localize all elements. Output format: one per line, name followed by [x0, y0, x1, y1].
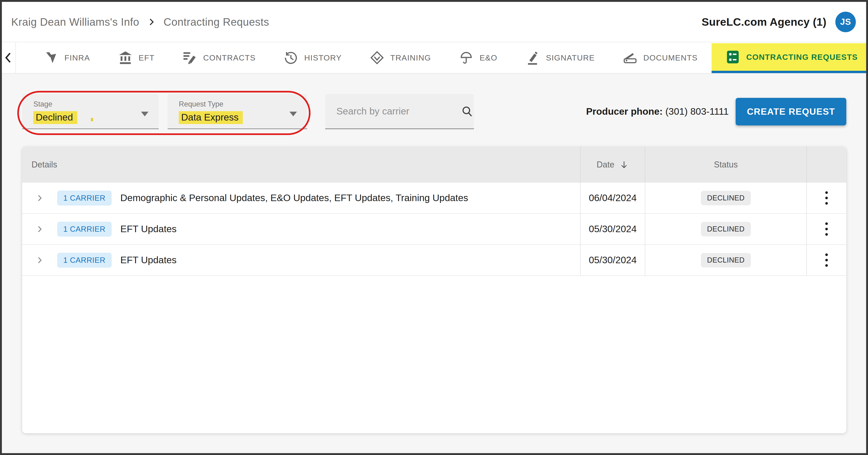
tab-icon — [118, 51, 133, 65]
breadcrumb: Kraig Dean Williams's Info Contracting R… — [11, 16, 269, 28]
stage-select[interactable]: Stage Declined — [22, 94, 159, 129]
tab-training[interactable]: TRAINING — [356, 42, 445, 73]
tabs-scroll-left-button[interactable] — [2, 42, 16, 73]
tab-label: SIGNATURE — [546, 53, 595, 62]
eft-icon — [118, 51, 133, 65]
expand-row-button[interactable] — [35, 224, 44, 234]
carrier-search-input[interactable] — [336, 106, 461, 117]
row-menu-button[interactable] — [823, 189, 830, 207]
tab-label: EFT — [139, 53, 155, 62]
tab-bar: FINRA EFT CONTRACTS HISTORY TRAINING E&O… — [2, 42, 866, 73]
breadcrumb-contracting-requests: Contracting Requests — [163, 16, 269, 28]
status-badge: DECLINED — [701, 253, 751, 268]
carrier-count-chip: 1 CARRIER — [57, 191, 112, 206]
tab-label: DOCUMENTS — [643, 53, 698, 62]
row-status-cell: DECLINED — [645, 214, 806, 244]
user-avatar[interactable]: JS — [835, 12, 856, 32]
tab-eo[interactable]: E&O — [445, 42, 511, 73]
request-details-text: EFT Updates — [121, 254, 177, 266]
request-date: 06/04/2024 — [580, 183, 645, 213]
expand-row-button[interactable] — [35, 193, 44, 203]
tab-ballot[interactable]: CONTRACTING REQUESTS — [712, 43, 868, 73]
column-header-date[interactable]: Date — [580, 147, 645, 183]
tab-eft[interactable]: EFT — [104, 42, 169, 73]
tab-icon — [183, 51, 197, 65]
request-details-text: EFT Updates — [121, 223, 177, 235]
carrier-search-field — [325, 94, 474, 129]
tab-label: CONTRACTING REQUESTS — [746, 53, 858, 62]
carrier-count-chip: 1 CARRIER — [57, 222, 112, 237]
tab-content: Stage Declined Request Type Data Express… — [2, 73, 866, 453]
dropdown-arrow-icon — [141, 112, 149, 116]
row-actions-cell — [806, 183, 846, 213]
status-badge: DECLINED — [701, 222, 751, 236]
column-header-details: Details — [22, 147, 580, 183]
status-badge: DECLINED — [701, 191, 751, 205]
create-request-button[interactable]: CREATE REQUEST — [736, 98, 846, 125]
training-icon — [370, 51, 384, 65]
history-icon — [284, 51, 298, 65]
tab-label: TRAINING — [390, 53, 431, 62]
finra-icon — [44, 51, 58, 65]
expand-row-button[interactable] — [35, 255, 44, 265]
row-actions-cell — [806, 214, 846, 244]
chevron-right-icon — [35, 224, 44, 234]
request-type-value: Data Express — [179, 111, 243, 124]
producer-phone-number: (301) 803-1111 — [665, 106, 728, 117]
breadcrumb-producer-info[interactable]: Kraig Dean Williams's Info — [11, 16, 139, 28]
breadcrumb-chevron-icon — [147, 17, 156, 27]
tab-icon — [44, 51, 58, 65]
column-header-status: Status — [645, 147, 806, 183]
tab-documents[interactable]: DOCUMENTS — [609, 42, 712, 73]
column-header-actions — [806, 147, 846, 183]
chevron-left-icon — [2, 51, 16, 64]
tab-finra[interactable]: FINRA — [30, 42, 104, 73]
filter-row: Stage Declined Request Type Data Express… — [22, 94, 846, 129]
tab-icon — [459, 51, 473, 65]
table-row[interactable]: 1 CARRIER Demographic & Personal Updates… — [22, 183, 846, 214]
app-header: Kraig Dean Williams's Info Contracting R… — [2, 2, 866, 42]
request-type-select[interactable]: Request Type Data Express — [167, 94, 307, 129]
stage-value: Declined — [33, 111, 77, 124]
app-window: Kraig Dean Williams's Info Contracting R… — [0, 0, 868, 455]
tab-label: E&O — [479, 53, 497, 62]
stage-label: Stage — [33, 100, 149, 109]
signature-icon — [525, 51, 540, 65]
documents-icon — [623, 51, 637, 65]
chevron-right-icon — [35, 255, 44, 265]
tab-icon — [725, 50, 740, 64]
row-status-cell: DECLINED — [645, 245, 806, 275]
dropdown-arrow-icon — [289, 112, 297, 116]
tab-list: FINRA EFT CONTRACTS HISTORY TRAINING E&O… — [16, 42, 868, 73]
tab-icon — [370, 51, 384, 65]
row-status-cell: DECLINED — [645, 183, 806, 213]
table-body: 1 CARRIER Demographic & Personal Updates… — [22, 183, 846, 276]
tab-contracts[interactable]: CONTRACTS — [168, 42, 270, 73]
contracts-icon — [183, 51, 197, 65]
row-details-cell: 1 CARRIER Demographic & Personal Updates… — [22, 183, 580, 213]
tab-icon — [525, 51, 540, 65]
row-menu-button[interactable] — [823, 220, 830, 238]
request-type-label: Request Type — [179, 100, 298, 109]
ballot-icon — [725, 50, 740, 64]
request-date: 05/30/2024 — [580, 214, 645, 244]
eo-icon — [459, 51, 473, 65]
tab-icon — [284, 51, 298, 65]
tab-icon — [623, 51, 637, 65]
row-details-cell: 1 CARRIER EFT Updates — [22, 245, 580, 275]
carrier-count-chip: 1 CARRIER — [57, 253, 112, 268]
table-row[interactable]: 1 CARRIER EFT Updates 05/30/2024 DECLINE… — [22, 245, 846, 276]
sort-descending-icon — [619, 160, 629, 170]
tab-history[interactable]: HISTORY — [270, 42, 355, 73]
row-menu-button[interactable] — [823, 251, 830, 269]
header-right: SureLC.com Agency (1) JS — [702, 12, 856, 32]
table-row[interactable]: 1 CARRIER EFT Updates 05/30/2024 DECLINE… — [22, 214, 846, 245]
table-header: Details Date Status — [22, 147, 846, 183]
producer-phone: Producer phone: (301) 803-1111 — [586, 106, 729, 117]
chevron-right-icon — [35, 193, 44, 203]
search-icon — [461, 104, 474, 118]
row-actions-cell — [806, 245, 846, 275]
tab-label: FINRA — [64, 53, 90, 62]
tab-label: CONTRACTS — [203, 53, 256, 62]
tab-signature[interactable]: SIGNATURE — [511, 42, 609, 73]
